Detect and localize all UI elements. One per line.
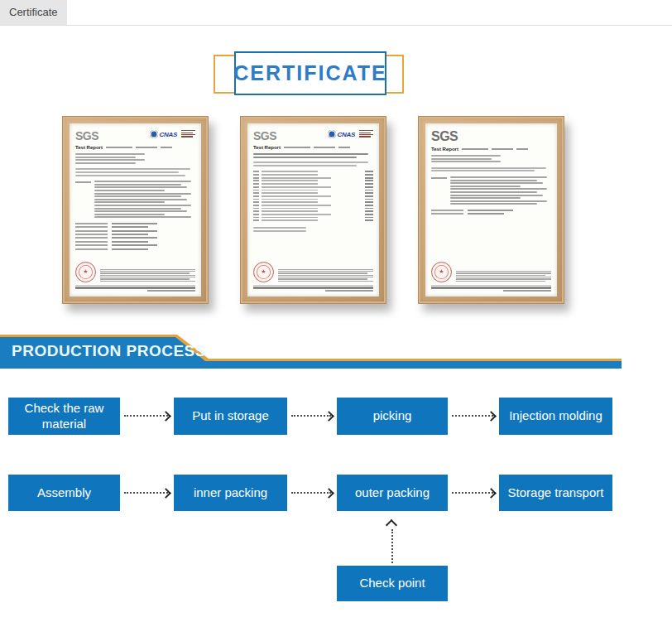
step-picking: picking	[337, 398, 448, 435]
step-assembly: Assembly	[8, 475, 120, 511]
fine-print-block	[100, 269, 195, 282]
arrow-right-icon	[452, 486, 495, 499]
certificate-paper: SGS CNAS Test Report	[247, 123, 379, 297]
footnote-lines	[253, 227, 373, 233]
address-lines	[431, 155, 551, 164]
step-check-raw-material: Check the raw material	[8, 398, 120, 435]
test-result-table	[253, 171, 373, 223]
sgs-logo: SGS	[75, 130, 98, 142]
certificate-paper: SGS Test Report	[425, 123, 557, 297]
certificate-section-title: CERTIFICATE	[234, 51, 386, 95]
red-seal-icon	[253, 262, 274, 282]
cnas-logo: CNAS	[160, 131, 177, 138]
arrow-right-icon	[291, 486, 333, 499]
fine-print-block	[278, 269, 373, 282]
tab-certificate[interactable]: Certificate	[0, 0, 67, 25]
paper-footer	[431, 285, 551, 292]
sgs-logo: SGS	[431, 130, 458, 144]
page: Certificate CERTIFICATE SGS CNAS Test Re…	[0, 0, 672, 622]
ilac-mra-badge-icon	[150, 130, 158, 138]
red-seal-icon	[431, 262, 452, 282]
report-title: Test Report	[253, 145, 281, 150]
arrow-up-icon	[386, 521, 398, 563]
intro-lines	[253, 162, 373, 167]
step-injection-molding: Injection molding	[499, 398, 612, 435]
model-number-lines	[450, 176, 551, 206]
step-inner-packing: inner packing	[174, 475, 287, 511]
item-no-label	[431, 177, 447, 179]
fine-print-block	[456, 271, 551, 282]
detail-rows	[75, 223, 195, 252]
production-process-banner: PRODUCTION PROCESS	[0, 335, 672, 369]
paper-footer	[75, 285, 195, 292]
item-no-label	[75, 181, 91, 183]
certificate-paper: SGS CNAS Test Report	[70, 123, 201, 297]
step-check-point: Check point	[337, 566, 448, 601]
tab-bar-divider	[0, 25, 672, 26]
intro-lines	[75, 168, 195, 177]
accreditation-text-block	[181, 130, 195, 138]
accreditation-text-block	[359, 130, 373, 138]
model-number-lines	[94, 181, 195, 219]
certificate-photo-3: SGS Test Report	[418, 116, 564, 304]
intro-lines	[431, 167, 551, 173]
spec-title-lines	[253, 153, 373, 159]
certificate-photo-2: SGS CNAS Test Report	[240, 116, 386, 304]
ilac-mra-badge-icon	[328, 130, 336, 138]
report-title: Test Report	[75, 145, 103, 150]
detail-rows	[431, 210, 551, 217]
paper-footer	[253, 285, 373, 292]
arrow-right-icon	[452, 409, 495, 422]
arrow-right-icon	[124, 409, 170, 422]
step-put-in-storage: Put in storage	[174, 398, 287, 435]
banner-title: PRODUCTION PROCESS	[12, 342, 206, 360]
step-storage-transport: Storage transport	[499, 475, 612, 511]
cnas-logo: CNAS	[338, 131, 355, 138]
arrow-right-icon	[291, 409, 333, 422]
address-lines	[75, 153, 195, 165]
arrow-right-icon	[124, 486, 170, 499]
sgs-logo: SGS	[253, 130, 276, 142]
certificate-photo-1: SGS CNAS Test Report	[62, 116, 209, 304]
step-outer-packing: outer packing	[337, 475, 448, 511]
report-title: Test Report	[431, 147, 458, 152]
red-seal-icon	[75, 262, 96, 282]
